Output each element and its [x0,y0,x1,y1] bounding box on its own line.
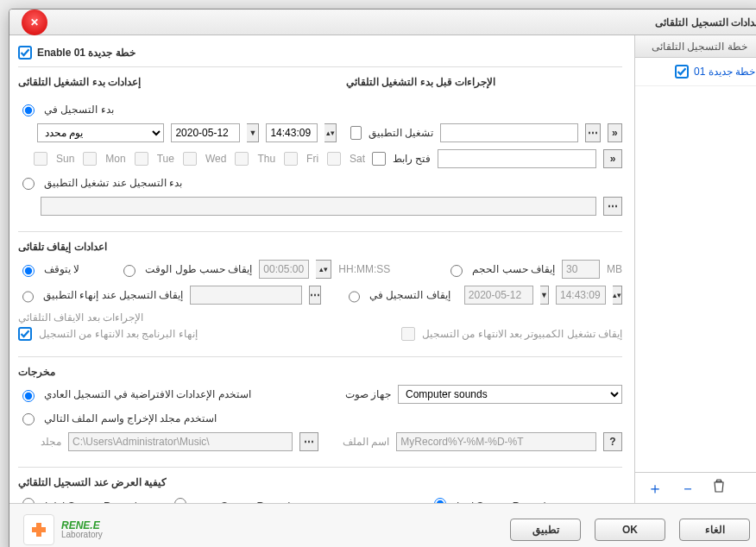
window-title: إعدادات التسجيل التلقائى [655,16,756,28]
trash-icon [713,479,725,493]
brand-name: RENE.E [61,520,103,531]
run-app-go[interactable]: » [608,123,622,142]
day-thu-label: Thu [257,153,275,165]
folder-browse[interactable]: ⋯ [299,432,318,451]
time-stepper[interactable]: ▴▾ [324,123,337,142]
size-input[interactable] [562,260,600,279]
stop-date-picker[interactable]: ▼ [540,286,549,305]
start-on-app-browse[interactable]: ⋯ [603,197,622,216]
day-sat[interactable] [327,152,341,166]
day-wed[interactable] [183,152,197,166]
remove-plan-button[interactable]: － [680,478,696,499]
shutdown-checkbox[interactable] [401,327,415,341]
stop-date-input[interactable] [464,286,533,305]
stop-on-app-exit-radio[interactable] [22,291,34,303]
day-thu[interactable] [235,152,249,166]
start-on-app-radio[interactable] [22,178,35,190]
open-link-checkbox[interactable] [372,152,386,166]
folder-label: مجلد [41,436,61,448]
custom-folder-label: استخدم مجلد الإخراج واسم الملف التالي [44,412,217,424]
start-on-app-label: بدء التسجيل عند تشغيل التطبيق [44,177,182,189]
autostart-heading: إعدادات بدء التشغيل التلقائى [18,76,141,88]
day-mon-label: Mon [105,153,125,165]
enable-label: Enable 01 خطة جديدة [37,47,135,59]
byduration-label: إيقاف حسب طول الوقت [145,263,252,275]
sidebar-header: خطة التسجيل التلقائى [635,35,756,58]
day-sat-label: Sat [350,153,365,165]
duration-stepper[interactable]: ▴▾ [316,260,331,279]
sound-device-label: جهاز صوت [345,388,391,400]
check-icon [677,66,687,77]
display-heading: كيفية العرض عند التسجيل التلقائي [18,476,622,488]
stop-on-app-exit-label: إيقاف التسجيل عند إنهاء التطبيق [43,289,183,301]
body: Enable 01 خطة جديدة إعدادات بدء التشغيل … [9,35,756,503]
filename-input[interactable] [396,432,596,451]
use-default-label: استخدم الإعدادات الافتراضية في التسجيل ا… [44,388,251,400]
duration-unit: HH:MM:SS [338,263,390,275]
cancel-button[interactable]: الغاء [679,519,750,541]
run-app-browse[interactable]: ⋯ [585,123,600,142]
ok-button[interactable]: OK [595,519,665,541]
day-tue-label: Tue [157,153,174,165]
preactions-heading: الإجراءات قبل بدء التشغيل التلقائي [346,76,622,88]
plan-enabled-icon [675,65,689,79]
dialog-window: إعدادات التسجيل التلقائى ✕ Enable 01 خطة… [9,9,756,547]
autostop-section: اعدادات إيقاف تلقائى لا يتوقف إيقاف حسب … [18,241,622,357]
nostop-radio[interactable] [22,265,35,277]
day-tue[interactable] [135,152,148,166]
sound-device-select[interactable]: Computer sounds [398,385,622,404]
folder-input[interactable] [68,432,293,451]
main-panel: Enable 01 خطة جديدة إعدادات بدء التشغيل … [9,35,634,503]
check-icon [20,47,30,58]
enable-checkbox[interactable] [18,46,32,60]
stop-on-app-exit-browse[interactable]: ⋯ [309,286,321,305]
bysize-label: إيقاف حسب الحجم [472,263,555,275]
stop-at-label: إيقاف التسجيل في [369,289,450,301]
check-icon [20,329,30,339]
stop-time-stepper[interactable]: ▴▾ [613,286,622,305]
byduration-radio[interactable] [123,265,135,277]
sidebar-item-label: خطة جديدة 01 [694,66,755,78]
output-heading: مخرجات [18,366,622,378]
use-default-radio[interactable] [22,390,35,402]
day-mon[interactable] [83,152,97,166]
display-section: كيفية العرض عند التسجيل التلقائي اظهار S… [18,476,622,503]
run-app-label: تشغيل التطبيق [369,127,433,139]
run-app-checkbox[interactable] [350,126,362,140]
start-on-app-input[interactable] [41,197,596,216]
day-wed-label: Wed [205,153,226,165]
filename-help[interactable]: ? [603,432,622,451]
stop-time-input[interactable] [556,286,606,305]
date-input[interactable] [171,123,240,142]
start-at-label: بدء التسجيل في [44,104,114,116]
day-fri[interactable] [284,152,298,166]
logo-icon [23,514,54,545]
open-link-input[interactable] [438,149,596,168]
sidebar: خطة التسجيل التلقائى خطة جديدة 01 ＋ － [634,35,756,503]
bysize-radio[interactable] [450,265,463,277]
footer: RENE.E Laboratory تطبيق OK الغاء [9,503,756,547]
start-at-radio[interactable] [22,104,35,116]
quit-after-checkbox[interactable] [18,327,32,341]
add-plan-button[interactable]: ＋ [647,478,663,499]
schedule-mode-select[interactable]: يوم محدد [37,123,165,142]
delete-plan-button[interactable] [713,479,725,497]
stop-at-radio[interactable] [349,291,360,303]
svg-rect-1 [32,527,46,532]
stop-on-app-exit-input[interactable] [190,286,302,305]
autostop-heading: اعدادات إيقاف تلقائى [18,241,622,253]
run-app-input[interactable] [440,123,578,142]
apply-button[interactable]: تطبيق [510,519,581,541]
open-link-go[interactable]: » [603,149,622,168]
titlebar: إعدادات التسجيل التلقائى ✕ [9,9,756,35]
autostart-section: إعدادات بدء التشغيل التلقائى الإجراءات ق… [18,76,622,232]
day-sun[interactable] [34,152,47,166]
sidebar-item-plan[interactable]: خطة جديدة 01 [635,58,756,86]
output-section: مخرجات استخدم الإعدادات الافتراضية في ال… [18,366,622,468]
close-button[interactable]: ✕ [22,9,47,35]
enable-row: Enable 01 خطة جديدة [18,46,622,67]
custom-folder-radio[interactable] [22,413,35,425]
duration-input[interactable] [259,260,309,279]
time-input[interactable] [266,123,318,142]
date-picker-button[interactable]: ▼ [247,123,259,142]
